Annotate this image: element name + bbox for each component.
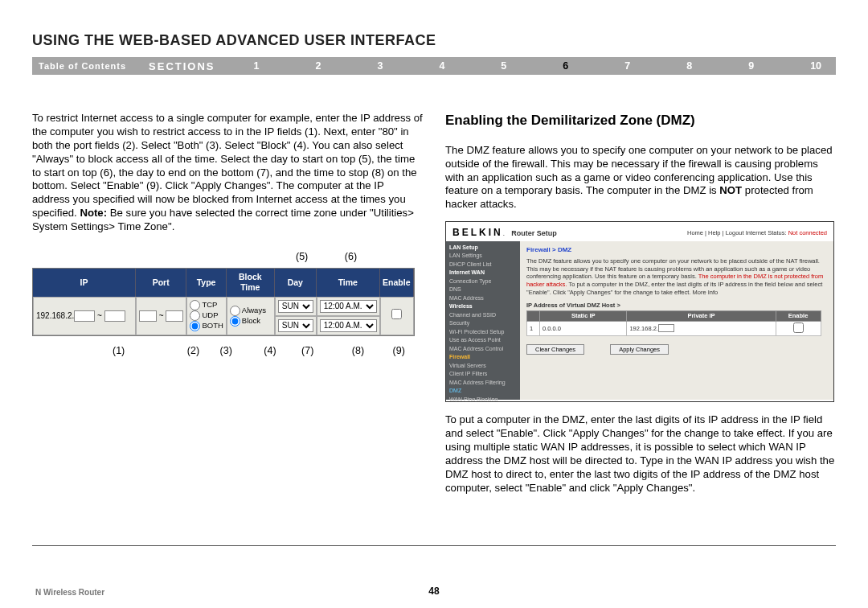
dmz-static-ip: 0.0.0.0 [540, 321, 627, 336]
sidebar-item[interactable]: Use as Access Point [449, 336, 517, 345]
sidebar-item[interactable]: MAC Address Control [449, 345, 517, 354]
sidebar-item[interactable]: MAC Address [449, 294, 517, 303]
apply-changes-button[interactable]: Apply Changes [610, 344, 669, 355]
nav-section-8[interactable]: 8 [686, 60, 692, 72]
sidebar-item[interactable]: WAN Ping Blocking [449, 396, 517, 403]
nav-section-7[interactable]: 7 [624, 60, 630, 72]
sidebar-item[interactable]: Channel and SSID [449, 311, 517, 320]
dmz-rownum: 1 [527, 321, 540, 336]
callouts-bottom: (1) (2) (3) (4) (7) (8) (9) [32, 344, 423, 357]
type-tcp-radio[interactable] [190, 300, 200, 310]
sidebar-item[interactable]: Security [449, 319, 517, 328]
clear-changes-button[interactable]: Clear Changes [526, 344, 584, 355]
ip-end-field[interactable] [104, 310, 125, 322]
internet-status: Not connected [788, 229, 827, 236]
nav-section-6[interactable]: 6 [563, 60, 568, 72]
time-end-select[interactable]: 12:00 A.M. [320, 319, 377, 332]
sidebar-item-dmz[interactable]: DMZ [449, 387, 517, 396]
left-paragraph: To restrict Internet access to a single … [32, 112, 423, 234]
main-panel: Firewall > DMZ The DMZ feature allows yo… [520, 241, 833, 400]
router-setup-label: Router Setup [511, 229, 557, 237]
type-both-radio[interactable] [190, 321, 200, 331]
ip-cell: 192.168.2. ~ [33, 297, 136, 335]
th-blocktime: Block Time [227, 269, 275, 297]
day-start-select[interactable]: SUN [278, 300, 313, 313]
callouts-top: (5) (6) [32, 250, 423, 263]
footer-divider [32, 545, 836, 546]
dmz-desc: The DMZ feature allows you to specify on… [526, 257, 827, 297]
type-cell: TCP UDP BOTH [186, 297, 226, 335]
right-paragraph-2: To put a computer in the DMZ, enter the … [445, 413, 836, 495]
day-end-select[interactable]: SUN [278, 319, 313, 332]
blocktime-cell: Always Block [227, 297, 275, 335]
time-start-select[interactable]: 12:00 A.M. [320, 300, 377, 313]
toc-link[interactable]: Table of Contents [39, 61, 126, 71]
dmz-enable-checkbox[interactable] [793, 322, 804, 333]
sidebar-item[interactable]: Client IP Filters [449, 370, 517, 379]
section-nav: Table of Contents SECTIONS 1 2 3 4 5 6 7… [32, 57, 836, 75]
blocktime-always-radio[interactable] [230, 306, 240, 316]
sidebar: LAN Setup LAN Settings DHCP Client List … [446, 241, 520, 400]
th-enable: Enable [380, 269, 414, 297]
sidebar-item[interactable]: Virtual Servers [449, 362, 517, 371]
nav-section-5[interactable]: 5 [501, 60, 506, 72]
sidebar-item[interactable]: Connection Type [449, 277, 517, 286]
page-number: 48 [428, 585, 439, 597]
ip-filter-screenshot: IP Port Type Block Time Day Time Enable … [32, 268, 421, 336]
port-cell: ~ [136, 297, 186, 335]
breadcrumb: Firewall > DMZ [526, 246, 827, 254]
th-ip: IP [33, 269, 136, 297]
nav-section-4[interactable]: 4 [439, 60, 444, 72]
nav-section-10[interactable]: 10 [810, 60, 821, 72]
top-links[interactable]: Home | Help | Logout Internet Status: No… [687, 229, 827, 237]
enable-checkbox[interactable] [391, 309, 402, 319]
type-udp-radio[interactable] [190, 310, 200, 321]
right-heading: Enabling the Demilitarized Zone (DMZ) [445, 112, 836, 129]
nav-section-1[interactable]: 1 [254, 60, 260, 72]
th-day: Day [275, 269, 317, 297]
product-name: N Wireless Router [35, 588, 104, 597]
th-time: Time [317, 269, 380, 297]
th-port: Port [136, 269, 186, 297]
dmz-screenshot: BELKIN. Router Setup Home | Help | Logou… [445, 221, 834, 402]
port-start-field[interactable] [139, 310, 157, 322]
port-end-field[interactable] [166, 310, 183, 322]
blocktime-block-radio[interactable] [230, 316, 240, 327]
right-column: Enabling the Demilitarized Zone (DMZ) Th… [445, 112, 836, 503]
sidebar-item[interactable]: MAC Address Filtering [449, 379, 517, 388]
right-paragraph-1: The DMZ feature allows you to specify on… [445, 144, 836, 212]
nav-section-3[interactable]: 3 [377, 60, 383, 72]
iphost-header: IP Address of Virtual DMZ Host > [526, 302, 827, 310]
left-column: To restrict Internet access to a single … [32, 112, 423, 503]
page-title: USING THE WEB-BASED ADVANCED USER INTERF… [32, 32, 836, 49]
dmz-private-ip-field[interactable] [658, 324, 674, 332]
brand-logo: BELKIN [452, 227, 503, 238]
ip-start-field[interactable] [74, 310, 95, 322]
sections-label: SECTIONS [149, 60, 215, 72]
sidebar-item[interactable]: Wi-Fi Protected Setup [449, 328, 517, 337]
sidebar-item[interactable]: DNS [449, 286, 517, 294]
nav-section-2[interactable]: 2 [316, 60, 321, 72]
sidebar-item[interactable]: LAN Settings [449, 252, 517, 261]
sidebar-item[interactable]: DHCP Client List [449, 261, 517, 269]
th-type: Type [186, 269, 226, 297]
nav-section-9[interactable]: 9 [748, 60, 754, 72]
